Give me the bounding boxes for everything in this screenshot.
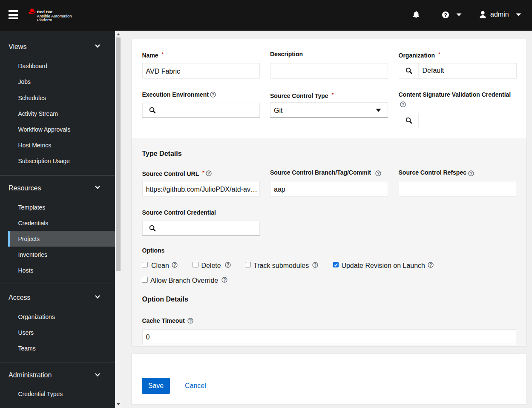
svg-text:?: ? [402,102,404,107]
svg-text:?: ? [377,171,380,175]
svg-text:?: ? [173,262,176,267]
svg-text:?: ? [429,262,432,267]
svg-text:?: ? [227,262,229,267]
svg-text:?: ? [207,171,210,175]
svg-text:?: ? [470,171,472,175]
svg-text:?: ? [212,92,214,97]
svg-text:?: ? [223,278,226,282]
svg-text:?: ? [314,262,316,267]
svg-text:?: ? [189,319,192,323]
svg-text:?: ? [444,12,447,18]
